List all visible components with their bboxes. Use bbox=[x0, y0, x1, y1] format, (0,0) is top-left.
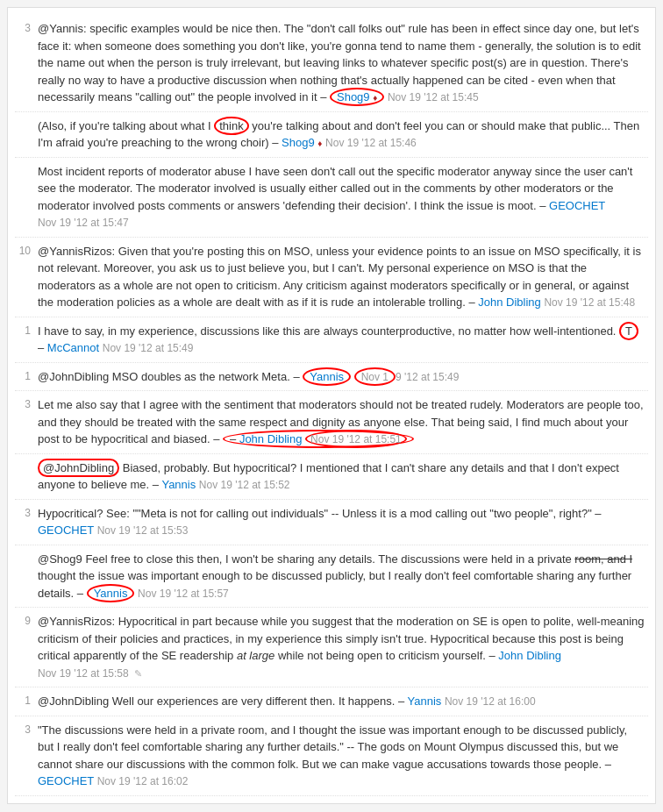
vote-count: 3 bbox=[18, 722, 38, 736]
timestamp: Nov 19 '12 at 16:02 bbox=[97, 775, 189, 787]
timestamp: Nov 19 '12 at 15:53 bbox=[97, 524, 189, 537]
user-circle[interactable]: Yannis bbox=[87, 584, 135, 602]
comment-body: @JohnDibling MSO doubles as the network … bbox=[38, 368, 645, 386]
comment-row: 3Hypocritical? See: ""Meta is not for ca… bbox=[15, 500, 648, 545]
comment-body: (Also, if you're talking about what I th… bbox=[38, 118, 645, 152]
comment-body: "The discussions were held in a private … bbox=[38, 722, 645, 790]
comment-body: Most incident reports of moderator abuse… bbox=[38, 163, 645, 231]
comment-row: 10@YannisRizos: Given that you're postin… bbox=[15, 238, 648, 317]
comment-row: @Shog9 Feel free to close this then, I w… bbox=[15, 545, 648, 609]
comment-row: 3Let me also say that I agree with the s… bbox=[15, 391, 648, 454]
user-circle: Yannis bbox=[303, 367, 351, 386]
diamond-icon: ♦ bbox=[317, 139, 322, 148]
vote-count bbox=[18, 459, 38, 461]
comment-body: @JohnDibling Biased, probably. But hypoc… bbox=[38, 459, 645, 494]
vote-count bbox=[18, 163, 38, 165]
timestamp-circle: Nov 1 bbox=[354, 367, 396, 386]
vote-count: 3 bbox=[18, 505, 38, 519]
timestamp: Nov 19 '12 at 15:48 bbox=[544, 296, 635, 309]
timestamp-rest: 9 '12 at 15:49 bbox=[396, 371, 459, 383]
vote-count: 1 bbox=[18, 368, 38, 382]
timestamp: Nov 19 '12 at 15:51 bbox=[310, 433, 402, 445]
timestamp: Nov 19 '12 at 15:45 bbox=[388, 91, 479, 103]
vote-count: 1 bbox=[18, 323, 38, 337]
timestamp: Nov 19 '12 at 15:46 bbox=[325, 137, 417, 149]
italic-text: at large bbox=[237, 649, 274, 662]
diamond-icon: ♦ bbox=[373, 93, 377, 103]
comment-row: 3"The discussions were held in a private… bbox=[15, 716, 648, 796]
vote-count bbox=[18, 118, 38, 119]
prefix-highlight: @JohnDibling bbox=[38, 459, 119, 477]
user-link[interactable]: John Dibling bbox=[478, 296, 541, 309]
user-link[interactable]: Yannis bbox=[94, 587, 128, 600]
timestamp: Nov 1 bbox=[361, 371, 389, 383]
vote-count: 1 bbox=[18, 693, 38, 707]
vote-count: 3 bbox=[18, 396, 38, 410]
timestamp: Nov 19 '12 at 15:58 bbox=[38, 667, 129, 680]
comment-row: 1@JohnDibling MSO doubles as the network… bbox=[15, 363, 648, 392]
timestamp: Nov 19 '12 at 15:57 bbox=[138, 588, 229, 600]
user-link[interactable]: Yannis bbox=[408, 694, 442, 708]
struck-text: room, and I bbox=[574, 552, 632, 566]
user-link[interactable]: Yannis bbox=[161, 478, 196, 491]
comment-row: 1@JohnDibling Well our experiences are v… bbox=[15, 687, 648, 716]
comments-container: 3@Yannis: specific examples would be nic… bbox=[7, 7, 656, 804]
user-circle: – John Dibling Nov 19 '12 at 15:51 bbox=[223, 430, 414, 448]
user-link[interactable]: Shog9 bbox=[282, 136, 315, 149]
user-link[interactable]: GEOCHET bbox=[38, 524, 94, 537]
comment-row: 1I have to say, in my experience, discus… bbox=[15, 317, 648, 363]
user-link[interactable]: McCannot bbox=[47, 341, 99, 354]
comment-body: @Yannis: specific examples would be nice… bbox=[38, 20, 645, 106]
think-highlight: think bbox=[214, 117, 248, 135]
comment-body: @JohnDibling Well our experiences are ve… bbox=[38, 693, 645, 710]
comment-body: Let me also say that I agree with the se… bbox=[38, 396, 645, 448]
comment-row: @JohnDibling Biased, probably. But hypoc… bbox=[15, 454, 648, 500]
t-highlight: T bbox=[619, 322, 638, 340]
timestamp: Nov 19 '12 at 15:47 bbox=[38, 217, 129, 229]
timestamp-circle: Nov 19 '12 at 15:51 bbox=[305, 430, 407, 448]
vote-count: 3 bbox=[18, 20, 38, 34]
timestamp: Nov 19 '12 at 15:52 bbox=[199, 479, 290, 491]
vote-count: 10 bbox=[18, 243, 38, 257]
comment-row: 3@Yannis: specific examples would be nic… bbox=[15, 15, 648, 112]
timestamp: Nov 19 '12 at 15:49 bbox=[103, 342, 194, 354]
comment-body: I have to say, in my experience, discuss… bbox=[38, 323, 645, 357]
user-link[interactable]: GEOCHET bbox=[38, 774, 94, 787]
vote-count: 9 bbox=[18, 613, 38, 627]
comment-row: (Also, if you're talking about what I th… bbox=[15, 112, 648, 158]
comment-row: 9@YannisRizos: Hypocritical in part beca… bbox=[15, 608, 648, 687]
comment-row: Most incident reports of moderator abuse… bbox=[15, 158, 648, 238]
user-link[interactable]: Shog9 bbox=[337, 90, 370, 103]
timestamp: Nov 19 '12 at 16:00 bbox=[445, 695, 536, 708]
comment-body: @Shog9 Feel free to close this then, I w… bbox=[38, 551, 645, 602]
user-link[interactable]: John Dibling bbox=[239, 432, 303, 445]
user-link[interactable]: GEOCHET bbox=[549, 199, 605, 212]
edit-icon[interactable]: ✎ bbox=[134, 668, 142, 679]
user-link[interactable]: Yannis bbox=[310, 370, 344, 383]
user-link[interactable]: John Dibling bbox=[498, 649, 561, 662]
comment-body: @YannisRizos: Hypocritical in part becau… bbox=[38, 613, 645, 681]
vote-count bbox=[18, 551, 38, 552]
comment-body: Hypocritical? See: ""Meta is not for cal… bbox=[38, 505, 645, 539]
comment-body: @YannisRizos: Given that you're posting … bbox=[38, 243, 645, 311]
user-circle[interactable]: Shog9 ♦ bbox=[330, 88, 384, 106]
